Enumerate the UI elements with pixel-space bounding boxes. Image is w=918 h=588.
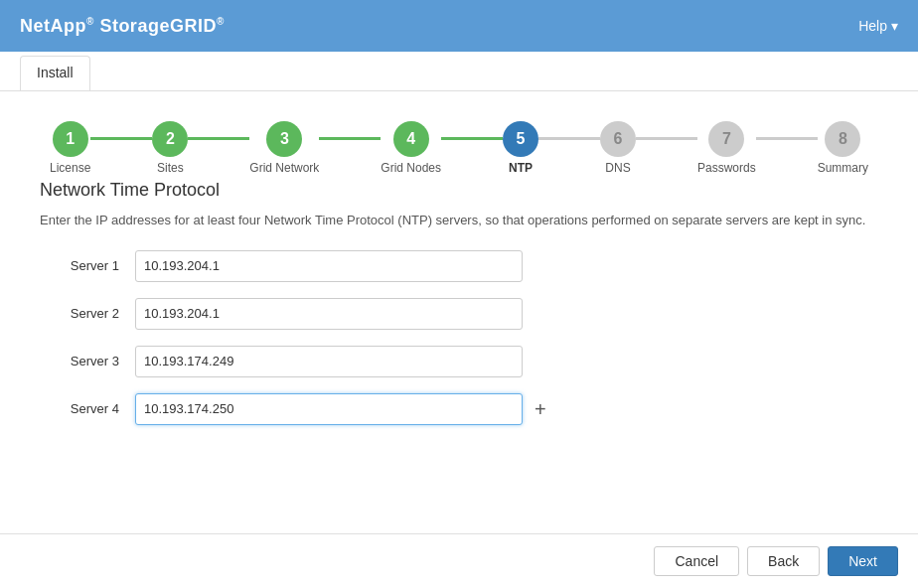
app-logo: NetApp® StorageGRID® [20, 16, 225, 37]
step-6-label: DNS [605, 161, 630, 175]
help-chevron-icon: ▾ [891, 18, 898, 34]
server-3-label: Server 3 [40, 354, 119, 368]
server-2-label: Server 2 [40, 306, 119, 321]
server-1-input[interactable] [135, 250, 523, 282]
step-6: 6 DNS [600, 121, 636, 175]
server-4-input[interactable] [135, 393, 523, 425]
step-2-label: Sites [157, 161, 184, 175]
server-1-row: Server 1 [40, 250, 878, 282]
step-7-circle: 7 [708, 121, 744, 157]
tab-bar: Install [0, 52, 918, 91]
server-4-label: Server 4 [40, 401, 119, 416]
help-label: Help [858, 18, 887, 34]
tab-install[interactable]: Install [20, 56, 90, 90]
step-2-circle: 2 [152, 121, 188, 157]
add-server-button[interactable]: + [535, 399, 546, 419]
step-6-circle: 6 [600, 121, 636, 157]
steps-wizard: 1 License 2 Sites 3 Grid Network 4 Grid … [30, 111, 888, 180]
form-footer: Cancel Back Next [0, 533, 918, 588]
step-1-label: License [50, 161, 90, 175]
server-1-label: Server 1 [40, 258, 119, 273]
section-description: Enter the IP addresses for at least four… [40, 211, 878, 230]
connector-5-6 [538, 137, 600, 140]
back-button[interactable]: Back [747, 546, 820, 576]
step-4: 4 Grid Nodes [381, 121, 441, 175]
connector-4-5 [441, 137, 503, 140]
step-4-label: Grid Nodes [381, 161, 441, 175]
server-3-input[interactable] [135, 346, 523, 377]
step-5-circle: 5 [503, 121, 538, 157]
step-7: 7 Passwords [697, 121, 756, 175]
app-header: NetApp® StorageGRID® Help ▾ [0, 0, 918, 52]
connector-2-3 [188, 137, 249, 140]
step-1-circle: 1 [53, 121, 88, 157]
step-4-circle: 4 [393, 121, 429, 157]
server-3-row: Server 3 [40, 346, 878, 377]
next-button[interactable]: Next [828, 546, 898, 576]
help-button[interactable]: Help ▾ [858, 18, 898, 34]
connector-1-2 [90, 137, 152, 140]
step-2: 2 Sites [152, 121, 188, 175]
step-3-label: Grid Network [249, 161, 319, 175]
main-content: 1 License 2 Sites 3 Grid Network 4 Grid … [0, 91, 918, 588]
server-2-row: Server 2 [40, 298, 878, 330]
step-3-circle: 3 [266, 121, 302, 157]
section-title: Network Time Protocol [40, 180, 878, 201]
step-8-circle: 8 [825, 121, 860, 157]
step-5: 5 NTP [503, 121, 538, 175]
step-5-label: NTP [509, 161, 533, 175]
cancel-button[interactable]: Cancel [654, 546, 739, 576]
step-8-label: Summary [818, 161, 868, 175]
step-7-label: Passwords [697, 161, 756, 175]
step-3: 3 Grid Network [249, 121, 319, 175]
step-1: 1 License [50, 121, 90, 175]
connector-7-8 [756, 137, 818, 140]
connector-3-4 [319, 137, 381, 140]
server-4-row: Server 4 + [40, 393, 878, 425]
connector-6-7 [636, 137, 697, 140]
step-8: 8 Summary [818, 121, 868, 175]
server-2-input[interactable] [135, 298, 523, 330]
ntp-form-section: Network Time Protocol Enter the IP addre… [30, 180, 888, 425]
